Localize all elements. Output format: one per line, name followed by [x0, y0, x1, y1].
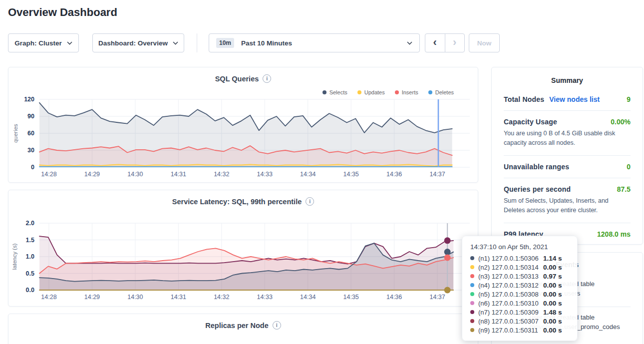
chart-hover-tooltip: 14:37:10 on Apr 5th, 2021 (n1) 127.0.0.1… — [462, 236, 578, 341]
replicas-per-node-title: Replicas per Node i — [8, 314, 478, 330]
series-dot-icon — [470, 292, 474, 296]
summary-value: 1208.0 ms — [597, 230, 631, 238]
svg-text:14:31: 14:31 — [171, 171, 186, 178]
svg-text:14:30: 14:30 — [127, 294, 143, 301]
next-time-button[interactable]: › — [445, 34, 465, 52]
svg-text:14:33: 14:33 — [257, 171, 273, 178]
tooltip-row: (n7) 127.0.0.1:503091.48 s — [470, 308, 569, 317]
summary-row-total-nodes: Total Nodes View nodes list 9 — [504, 88, 631, 110]
tooltip-timestamp: 14:37:10 on Apr 5th, 2021 — [470, 243, 569, 251]
tooltip-row: (n3) 127.0.0.1:503130.97 s — [470, 272, 569, 281]
svg-text:1.0: 1.0 — [26, 253, 34, 260]
svg-text:14:37: 14:37 — [429, 294, 445, 301]
series-dot-icon — [470, 274, 474, 278]
tooltip-row: (n8) 127.0.0.1:503070.00 s — [470, 317, 569, 326]
svg-text:latency (s): latency (s) — [11, 243, 17, 270]
svg-text:14:33: 14:33 — [257, 294, 273, 301]
svg-text:2.0: 2.0 — [26, 220, 34, 227]
sql-queries-card: SQL Queries i Selects Updates Inserts De… — [8, 67, 478, 183]
series-dot-icon — [470, 310, 474, 314]
summary-title: Summary — [504, 76, 631, 88]
svg-text:14:34: 14:34 — [300, 171, 316, 178]
graph-dropdown[interactable]: Graph: Cluster — [8, 33, 79, 52]
series-dot-icon — [470, 256, 474, 260]
info-icon[interactable]: i — [273, 321, 281, 330]
summary-value: 0 — [627, 163, 631, 171]
now-button[interactable]: Now — [469, 33, 500, 52]
time-step-buttons: ‹ › — [425, 33, 465, 52]
svg-text:14:37: 14:37 — [429, 171, 445, 178]
svg-text:14:34: 14:34 — [300, 294, 316, 301]
svg-text:14:31: 14:31 — [171, 294, 186, 301]
graph-dropdown-label: Graph: Cluster — [14, 39, 62, 47]
service-latency-chart[interactable]: 0.00.51.01.52.014:2814:2914:3014:3114:32… — [8, 190, 479, 307]
series-dot-icon — [470, 319, 474, 323]
page-title: Overview Dashboard — [8, 6, 117, 19]
summary-label: Total Nodes — [504, 95, 544, 103]
tooltip-row: (n6) 127.0.0.1:503100.00 s — [470, 299, 569, 308]
series-dot-icon — [470, 301, 474, 305]
svg-text:0: 0 — [31, 164, 34, 171]
svg-text:14:28: 14:28 — [41, 294, 56, 301]
svg-text:14:35: 14:35 — [343, 171, 359, 178]
time-range-dropdown[interactable]: 10m Past 10 Minutes — [209, 33, 420, 52]
chevron-down-icon — [173, 41, 178, 45]
summary-value: 87.5 — [617, 185, 631, 193]
time-range-label: Past 10 Minutes — [241, 39, 292, 47]
svg-text:14:35: 14:35 — [343, 294, 359, 301]
toolbar-divider — [197, 33, 197, 52]
svg-text:1.5: 1.5 — [26, 237, 34, 244]
summary-row-unavailable-ranges: Unavailable ranges 0 — [504, 155, 631, 178]
tooltip-row: (n9) 127.0.0.1:503110.00 s — [470, 326, 569, 335]
summary-row-queries-per-second: Queries per second 87.5 Sum of Selects, … — [504, 178, 631, 223]
tooltip-row: (n1) 127.0.0.1:503061.14 s — [470, 254, 569, 263]
summary-label: Capacity Usage — [504, 118, 557, 126]
previous-time-button[interactable]: ‹ — [425, 34, 445, 52]
tooltip-row: (n4) 127.0.0.1:503120.00 s — [470, 281, 569, 290]
svg-text:120: 120 — [24, 96, 34, 103]
summary-label: Unavailable ranges — [504, 163, 569, 171]
svg-text:14:28: 14:28 — [41, 171, 56, 178]
svg-text:30: 30 — [27, 147, 34, 154]
time-range-badge: 10m — [216, 38, 234, 48]
overview-dashboard-page: Overview Dashboard Graph: Cluster Dashbo… — [0, 0, 644, 344]
summary-panel: Summary Total Nodes View nodes list 9 Ca… — [491, 67, 643, 245]
series-dot-icon — [470, 328, 474, 332]
summary-row-capacity-usage: Capacity Usage 0.00% You are using 0 B o… — [504, 110, 631, 155]
replicas-per-node-card: Replicas per Node i — [8, 314, 478, 344]
svg-text:90: 90 — [27, 113, 34, 120]
summary-label: Queries per second — [504, 185, 571, 193]
summary-value: 0.00% — [611, 118, 631, 126]
svg-text:14:36: 14:36 — [386, 294, 402, 301]
svg-text:14:29: 14:29 — [84, 171, 100, 178]
tooltip-row: (n2) 127.0.0.1:503140.00 s — [470, 263, 569, 272]
view-nodes-list-link[interactable]: View nodes list — [549, 95, 600, 103]
series-dot-icon — [470, 265, 474, 269]
series-dot-icon — [470, 283, 474, 287]
dashboard-dropdown-label: Dashboard: Overview — [98, 39, 168, 47]
svg-text:14:32: 14:32 — [214, 171, 229, 178]
svg-text:14:29: 14:29 — [84, 294, 100, 301]
svg-text:0.5: 0.5 — [26, 270, 34, 277]
sql-queries-chart[interactable]: 030609012014:2814:2914:3014:3114:3214:33… — [8, 67, 479, 183]
dashboard-dropdown[interactable]: Dashboard: Overview — [92, 33, 184, 52]
svg-text:14:36: 14:36 — [386, 171, 402, 178]
svg-text:14:30: 14:30 — [127, 171, 143, 178]
summary-subtext: Sum of Selects, Updates, Inserts, and De… — [504, 196, 631, 216]
service-latency-card: Service Latency: SQL, 99th percentile i … — [8, 190, 478, 307]
tooltip-row: (n5) 127.0.0.1:503080.00 s — [470, 290, 569, 299]
summary-subtext: You are using 0 B of 4.5 GiB usable disk… — [504, 129, 631, 148]
svg-text:14:32: 14:32 — [214, 294, 229, 301]
svg-text:0.0: 0.0 — [26, 287, 34, 294]
svg-text:60: 60 — [27, 130, 34, 137]
summary-value: 9 — [627, 95, 631, 103]
svg-text:queries: queries — [12, 124, 18, 143]
chevron-down-icon — [67, 41, 72, 45]
chevron-down-icon — [407, 41, 412, 45]
